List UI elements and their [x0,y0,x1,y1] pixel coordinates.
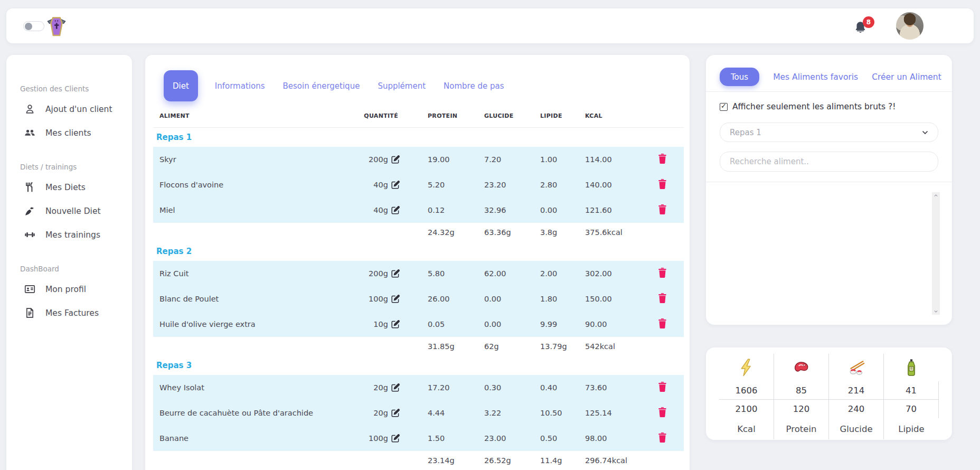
app-logo-coffin-icon[interactable] [46,15,67,36]
theme-toggle[interactable] [23,21,44,31]
column-header-quantite: QUANTITÉ [366,112,423,119]
column-header-lipide: LIPIDE [536,112,581,119]
column-header-aliment: ALIMENT [153,112,366,119]
tab-nombre-de-pas[interactable]: Nombre de pas [442,81,505,91]
sidebar-item-nouvelle-diet[interactable]: Nouvelle Diet [20,199,123,223]
meat-icon [793,359,810,377]
sidebar-item-label: Mes Factures [45,308,99,318]
raw-foods-checkbox-label: Afficher seulement les aliments bruts ?! [732,102,896,111]
sidebar-item-mon-profil[interactable]: Mon profil [20,277,123,301]
edit-quantity-button[interactable] [391,434,400,443]
sidebar-section-dashboard: DashBoardMon profilMes Factures [20,265,123,325]
edit-quantity-button[interactable] [391,269,400,278]
sidebar: Gestion des ClientsAjout d'un clientMes … [6,55,132,470]
delete-food-button[interactable] [657,381,667,392]
food-row-whey-isolat: Whey Isolat20g17.200.300.4073.60 [153,375,684,400]
delete-food-button[interactable] [657,293,667,304]
delete-food-button[interactable] [657,178,667,190]
scroll-up-icon [933,193,939,198]
delete-food-button[interactable] [657,153,667,164]
food-glucide: 7.20 [480,155,536,164]
total-kcal: 375.6kcal [581,228,652,237]
food-glucide: 0.00 [480,320,536,328]
column-header-protein: PROTEIN [423,112,480,119]
tab-informations[interactable]: Informations [214,81,266,91]
sidebar-item-mes-factures[interactable]: Mes Factures [20,301,123,325]
people-icon [24,127,35,138]
food-glucide: 62.00 [480,269,536,278]
lightning-icon [719,354,774,381]
food-lipide: 1.00 [536,155,581,164]
food-search-input[interactable] [720,152,938,172]
food-glucide: 23.20 [480,181,536,189]
macro-target-glucide: 240 [829,400,884,418]
dumbbell-icon [24,229,35,240]
food-list-scrollbar[interactable] [932,192,940,315]
meal-totals-repas-3: 23.14g26.52g11.4g296.74kcal [153,451,684,470]
tab-diet[interactable]: Diet [164,70,198,101]
edit-quantity-button[interactable] [391,319,400,329]
raw-foods-checkbox[interactable] [720,103,728,111]
macro-current-kcal: 1606 [719,381,774,400]
food-name: Skyr [153,155,366,164]
total-lipide: 13.79g [536,342,581,351]
delete-food-button[interactable] [657,432,667,443]
food-search-panel: TousMes Aliments favorisCréer un Aliment… [706,55,952,325]
lightning-icon [738,359,755,377]
food-row-miel: Miel40g0.1232.960.00121.60 [153,198,684,223]
macro-current-lipide: 41 [884,381,939,400]
meal-heading-repas-1: Repas 1 [153,128,684,147]
toggle-knob [25,23,32,30]
sidebar-item-label: Mes clients [45,128,91,138]
food-name: Whey Isolat [153,383,366,392]
delete-food-button[interactable] [657,407,667,418]
delete-food-button[interactable] [657,204,667,215]
sidebar-item-mes-diets[interactable]: Mes Diets [20,175,123,199]
food-protein: 5.20 [423,181,480,189]
total-glucide: 62g [480,342,536,351]
panel-tab-mes-aliments-favoris[interactable]: Mes Aliments favoris [773,72,858,82]
sidebar-item-mes-trainings[interactable]: Mes trainings [20,223,123,247]
tab-supplement[interactable]: Supplément [376,81,427,91]
panel-tab-creer-un-aliment[interactable]: Créer un Aliment [872,72,941,82]
diet-tabs: DietInformationsBesoin énergetiqueSupplé… [164,70,690,101]
food-protein: 17.20 [423,383,480,392]
total-kcal: 296.74kcal [581,456,652,465]
edit-quantity-button[interactable] [391,180,400,190]
food-kcal: 121.60 [581,206,652,214]
total-lipide: 11.4g [536,456,581,465]
oil-bottle-icon [903,359,920,377]
sidebar-item-mes-clients[interactable]: Mes clients [20,121,123,145]
food-quantity: 20g [373,383,388,392]
sidebar-item-ajout-d-un-client[interactable]: Ajout d'un client [20,97,123,121]
food-quantity: 20g [373,409,388,417]
food-kcal: 302.00 [581,269,652,278]
meal-heading-repas-3: Repas 3 [153,356,684,375]
sidebar-section-diets-trainings: Diets / trainingsMes DietsNouvelle DietM… [20,163,123,247]
meal-select[interactable]: Repas 1 [720,123,938,142]
food-kcal: 150.00 [581,295,652,303]
user-avatar[interactable] [896,12,924,40]
edit-quantity-button[interactable] [391,155,400,164]
food-protein: 0.12 [423,206,480,214]
food-results-list [706,182,952,326]
total-protein: 24.32g [423,228,480,237]
tab-besoin-energetique[interactable]: Besoin énergetique [281,81,361,91]
food-glucide: 32.96 [480,206,536,214]
carrot-icon [24,205,35,217]
food-lipide: 10.50 [536,409,581,417]
delete-food-button[interactable] [657,318,667,329]
food-row-skyr: Skyr200g19.007.201.00114.00 [153,147,684,172]
delete-food-button[interactable] [657,267,667,278]
food-lipide: 9.99 [536,320,581,328]
food-kcal: 114.00 [581,155,652,164]
edit-quantity-button[interactable] [391,205,400,215]
notifications-button[interactable]: 8 [853,16,878,37]
panel-tab-tous[interactable]: Tous [720,68,759,86]
food-row-flocons-d-avoine: Flocons d'avoine40g5.2023.202.80140.00 [153,172,684,198]
edit-quantity-button[interactable] [391,383,400,392]
edit-quantity-button[interactable] [391,294,400,304]
edit-quantity-button[interactable] [391,408,400,418]
food-row-beurre-de-cacahuete-ou-pate-d-arachide: Beurre de cacahuète ou Pâte d'arachide20… [153,400,684,426]
meat-icon [774,354,829,381]
